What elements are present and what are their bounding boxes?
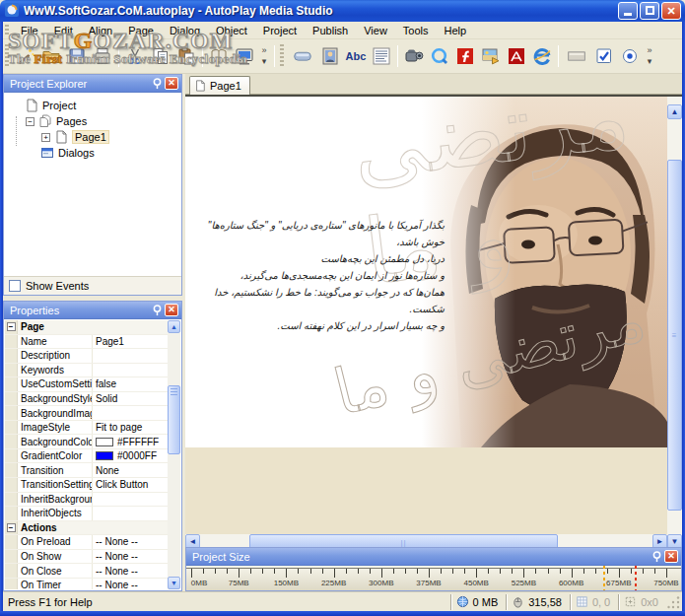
property-category-actions[interactable]: −Actions xyxy=(5,521,168,536)
scroll-left-icon[interactable]: ◄ xyxy=(185,534,200,547)
properties-scrollbar[interactable]: ▲ ▼ xyxy=(168,320,180,589)
property-value[interactable]: #0000FF xyxy=(93,450,168,461)
xbutton-button[interactable] xyxy=(562,43,591,69)
toolbar-grip[interactable] xyxy=(280,44,284,68)
pin-icon[interactable] xyxy=(650,550,664,564)
horizontal-scrollbar[interactable]: ◄ || ► xyxy=(185,534,667,547)
menu-project[interactable]: Project xyxy=(255,23,305,38)
tab-page1[interactable]: Page1 xyxy=(189,76,250,95)
project-explorer-header[interactable]: Project Explorer ✕ xyxy=(4,75,181,93)
menu-file[interactable]: File xyxy=(13,23,46,38)
property-value[interactable]: Solid xyxy=(93,393,168,404)
property-row[interactable]: On Timer-- None -- xyxy=(5,579,168,589)
image-button[interactable] xyxy=(317,43,343,69)
open-button[interactable] xyxy=(38,43,64,69)
property-row[interactable]: BackgroundColor#FFFFFF xyxy=(5,435,168,449)
property-row[interactable]: Description xyxy=(5,349,168,364)
flash-button[interactable] xyxy=(452,43,478,69)
tree-item-pages[interactable]: −Pages xyxy=(4,113,181,129)
scrollbar-thumb[interactable]: ≡ xyxy=(667,160,682,511)
scroll-up-icon[interactable]: ▲ xyxy=(168,320,180,333)
pin-icon[interactable] xyxy=(150,77,165,91)
property-value[interactable]: -- None -- xyxy=(93,551,168,562)
menu-object[interactable]: Object xyxy=(208,23,255,38)
maximize-button[interactable] xyxy=(640,2,659,20)
label-button[interactable]: Abc xyxy=(343,43,369,69)
button-button[interactable] xyxy=(288,43,317,69)
property-row[interactable]: TransitionNone xyxy=(5,463,168,478)
property-row[interactable]: On Preload-- None -- xyxy=(5,535,168,550)
print-button[interactable] xyxy=(90,43,115,69)
property-value[interactable]: Fit to page xyxy=(93,422,168,433)
tree-item-page1[interactable]: +Page1 xyxy=(4,129,181,145)
menu-publish[interactable]: Publish xyxy=(305,23,356,38)
property-row[interactable]: InheritObjects xyxy=(5,507,168,521)
property-row[interactable]: On Show-- None -- xyxy=(5,550,168,565)
vertical-scrollbar[interactable]: ▲ ≡ ▼ xyxy=(667,97,682,547)
scroll-right-icon[interactable]: ► xyxy=(652,534,667,547)
menu-help[interactable]: Help xyxy=(437,23,475,38)
properties-header[interactable]: Properties ✕ xyxy=(4,302,181,319)
property-row[interactable]: Keywords xyxy=(5,364,168,378)
panel-close-icon[interactable]: ✕ xyxy=(664,550,678,563)
property-row[interactable]: BackgroundStyleSolid xyxy=(5,392,168,407)
scroll-up-icon[interactable]: ▲ xyxy=(667,104,682,119)
cut-button[interactable] xyxy=(122,43,148,69)
menu-dialog[interactable]: Dialog xyxy=(162,23,208,38)
property-value[interactable]: Click Button xyxy=(93,479,168,490)
scrollbar-thumb[interactable] xyxy=(168,385,180,454)
close-button[interactable]: ✕ xyxy=(661,2,681,20)
web-button[interactable] xyxy=(529,43,555,69)
collapse-icon[interactable]: − xyxy=(26,117,34,126)
menubar-grip[interactable] xyxy=(5,25,9,36)
publish-button[interactable] xyxy=(206,43,232,69)
color-swatch[interactable] xyxy=(96,438,113,446)
expand-icon[interactable]: + xyxy=(41,133,50,142)
page-design-surface[interactable]: مرتضی و ما مرتضی و ما بگذار آمریکا با ما… xyxy=(185,95,682,547)
property-value[interactable]: None xyxy=(93,465,168,476)
scroll-down-icon[interactable]: ▼ xyxy=(168,577,180,589)
pin-icon[interactable] xyxy=(150,304,165,317)
collapse-icon[interactable]: − xyxy=(7,322,16,331)
checkbox-button[interactable] xyxy=(591,43,617,69)
panel-close-icon[interactable]: ✕ xyxy=(165,304,178,316)
color-swatch[interactable] xyxy=(96,451,113,460)
save-button[interactable] xyxy=(64,43,90,69)
paste-button[interactable] xyxy=(173,43,199,69)
property-category-page[interactable]: −Page xyxy=(5,320,168,335)
tree-item-project[interactable]: Project xyxy=(4,98,181,113)
video-button[interactable] xyxy=(401,43,427,69)
menu-view[interactable]: View xyxy=(356,23,395,38)
show-events-checkbox[interactable] xyxy=(9,280,21,292)
menu-align[interactable]: Align xyxy=(81,23,120,38)
property-value[interactable]: -- None -- xyxy=(93,536,168,547)
toolbar-overflow-chevron[interactable]: »▾ xyxy=(257,42,271,70)
property-row[interactable]: UseCustomSettinfalse xyxy=(5,377,168,392)
toolbar-overflow-chevron[interactable]: »▾ xyxy=(643,42,656,70)
property-value[interactable]: false xyxy=(93,378,168,389)
pdf-button[interactable] xyxy=(504,43,529,69)
toolbar-grip[interactable] xyxy=(5,44,9,68)
property-row[interactable]: BackgroundImage xyxy=(5,406,168,421)
property-value[interactable]: Page1 xyxy=(93,336,168,347)
paragraph-button[interactable] xyxy=(369,43,394,69)
resize-grip[interactable] xyxy=(666,595,682,611)
panel-close-icon[interactable]: ✕ xyxy=(165,77,178,90)
tree-item-dialogs[interactable]: Dialogs xyxy=(4,145,181,161)
copy-button[interactable] xyxy=(148,43,173,69)
project-size-header[interactable]: Project Size ✕ xyxy=(186,548,681,566)
property-value[interactable]: -- None -- xyxy=(93,580,168,589)
radiobutton-button[interactable] xyxy=(617,43,643,69)
slideshow-button[interactable] xyxy=(478,43,504,69)
quicktime-button[interactable] xyxy=(427,43,452,69)
menu-edit[interactable]: Edit xyxy=(46,23,81,38)
minimize-button[interactable] xyxy=(618,2,638,20)
property-row[interactable]: InheritBackgroun xyxy=(5,493,168,508)
scrollbar-thumb[interactable]: || xyxy=(249,534,558,547)
property-row[interactable]: On Close-- None -- xyxy=(5,564,168,579)
preview-button[interactable] xyxy=(232,43,257,69)
property-row[interactable]: TransitionSetting:Click Button xyxy=(5,478,168,493)
menu-page[interactable]: Page xyxy=(120,23,162,38)
collapse-icon[interactable]: − xyxy=(7,523,16,532)
property-value[interactable]: #FFFFFF xyxy=(93,437,168,447)
